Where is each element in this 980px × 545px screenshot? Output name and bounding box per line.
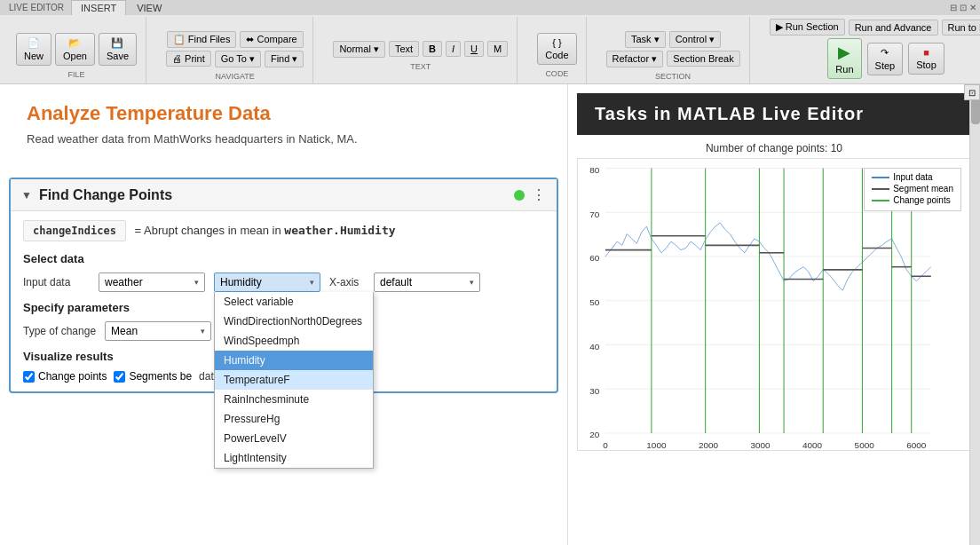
xaxis-dropdown[interactable]: default ▾ xyxy=(374,272,480,292)
underline-button[interactable]: U xyxy=(464,41,484,57)
option-power[interactable]: PowerLevelV xyxy=(215,429,373,448)
refactor-dropdown[interactable]: Refactor ▾ xyxy=(606,51,664,67)
xaxis-value: default xyxy=(380,276,412,288)
segments-input[interactable] xyxy=(114,371,125,383)
toolbar-group-code: { }Code CODE xyxy=(528,17,586,94)
svg-text:60: 60 xyxy=(589,254,600,264)
option-rain[interactable]: RainInchesminute xyxy=(215,390,373,409)
compare-button[interactable]: ⬌ Compare xyxy=(240,31,303,48)
find-button[interactable]: Find ▾ xyxy=(265,51,304,67)
open-button[interactable]: 📂Open xyxy=(55,33,95,66)
xaxis-button[interactable]: default ▾ xyxy=(374,272,480,292)
section-group-label: SECTION xyxy=(655,72,691,81)
input-data-dropdown[interactable]: weather ▾ xyxy=(99,272,205,292)
input-data-arrow-icon: ▾ xyxy=(194,278,199,287)
legend-input-data: Input data xyxy=(872,172,953,182)
run-advance-button[interactable]: Run and Advance xyxy=(849,20,938,36)
svg-text:0: 0 xyxy=(603,440,608,450)
dark-banner: Tasks in MATLAB Live Editor xyxy=(577,93,971,135)
collapse-panel-button[interactable]: ⊡ xyxy=(964,84,980,100)
text-group-label: TEXT xyxy=(410,62,431,71)
collapse-icon[interactable]: ▼ xyxy=(21,189,32,201)
step-button[interactable]: ↷Step xyxy=(867,43,904,75)
change-points-label: Change points xyxy=(38,370,107,383)
find-files-button[interactable]: 📋 Find Files xyxy=(167,31,237,48)
svg-text:40: 40 xyxy=(589,342,600,351)
scrollbar[interactable]: ⊡ xyxy=(969,84,980,545)
column-dropdown[interactable]: Humidity ▾ Select variable WindDirection… xyxy=(214,272,320,292)
run-button[interactable]: ▶Run xyxy=(827,38,861,79)
option-wind-speed[interactable]: WindSpeedmph xyxy=(215,331,373,351)
task-menu-icon[interactable]: ⋮ xyxy=(532,186,546,203)
task-status-indicator xyxy=(514,190,525,201)
column-button[interactable]: Humidity ▾ xyxy=(214,272,320,292)
xaxis-label: X-axis xyxy=(329,276,365,288)
bold-button[interactable]: B xyxy=(423,41,442,57)
toolbar-group-navigate: 📋 Find Files ⬌ Compare 🖨 Print Go To ▾ F… xyxy=(157,17,313,94)
segments-checkbox[interactable]: Segments be xyxy=(114,370,192,383)
section-break-button[interactable]: Section Break xyxy=(667,51,739,67)
type-dropdown[interactable]: Mean ▾ xyxy=(105,321,211,341)
column-value: Humidity xyxy=(220,276,262,288)
italic-button[interactable]: I xyxy=(446,41,461,57)
option-select-variable[interactable]: Select variable xyxy=(215,292,373,312)
select-data-label: Select data xyxy=(23,252,544,265)
tab-view[interactable]: VIEW xyxy=(128,1,170,15)
code-button[interactable]: { }Code xyxy=(537,33,576,65)
option-light[interactable]: LightIntensity xyxy=(215,448,373,468)
column-dropdown-menu: Select variable WindDirectionNorth0Degre… xyxy=(214,292,374,469)
run-section-button[interactable]: ▶ Run Section xyxy=(770,19,845,36)
chart-area: 80 70 60 50 40 30 20 0 1000 2000 3000 40… xyxy=(577,158,971,451)
new-button[interactable]: 📄New xyxy=(16,33,51,66)
input-data-button[interactable]: weather ▾ xyxy=(99,272,205,292)
page-subtitle: Read weather data from MathWorks headqua… xyxy=(27,132,541,146)
navigate-group-label: NAVIGATE xyxy=(216,72,255,81)
legend-input-label: Input data xyxy=(893,172,932,182)
toolbar: LIVE EDITOR INSERT VIEW ⊟ ⊡ ✕ 📄New 📂Open… xyxy=(0,0,980,84)
change-points-checkbox[interactable]: Change points xyxy=(23,370,107,383)
task-data-ref: weather.Humidity xyxy=(284,224,395,237)
page-content: Analyze Temperature Data Read weather da… xyxy=(0,84,567,178)
toolbar-group-section: Task ▾ Control ▾ Refactor ▾ Section Brea… xyxy=(597,17,750,94)
stop-button[interactable]: ■Stop xyxy=(908,43,944,75)
option-temperature[interactable]: TemperatureF xyxy=(215,370,373,390)
style-dropdown[interactable]: Normal ▾ xyxy=(333,41,385,58)
toolbar-tabs: LIVE EDITOR INSERT VIEW ⊟ ⊡ ✕ xyxy=(0,0,980,15)
change-points-input[interactable] xyxy=(23,371,35,383)
mono-button[interactable]: M xyxy=(487,41,508,57)
legend-segment-line xyxy=(872,188,889,190)
file-group-label: FILE xyxy=(68,70,85,79)
toolbar-group-file: 📄New 📂Open 💾Save FILE xyxy=(7,17,146,94)
tab-live-editor[interactable]: LIVE EDITOR xyxy=(4,1,69,14)
text-button[interactable]: Text xyxy=(389,41,419,57)
task-dropdown[interactable]: Task ▾ xyxy=(625,31,666,48)
task-panel: ▼ Find Change Points ⋮ changeIndices = A… xyxy=(9,178,558,393)
banner-text: Tasks in MATLAB Live Editor xyxy=(595,104,864,123)
column-arrow-icon: ▾ xyxy=(310,278,314,287)
task-title: Find Change Points xyxy=(39,187,507,203)
type-button[interactable]: Mean ▾ xyxy=(105,321,211,341)
type-value: Mean xyxy=(111,325,138,337)
goto-button[interactable]: Go To ▾ xyxy=(215,51,261,67)
svg-text:6000: 6000 xyxy=(906,440,927,450)
tab-insert[interactable]: INSERT xyxy=(71,0,126,15)
svg-text:2000: 2000 xyxy=(699,440,719,450)
toolbar-group-run: ▶ Run Section Run and Advance Run to End… xyxy=(761,17,980,94)
legend-change-points: Change points xyxy=(872,195,953,205)
svg-text:20: 20 xyxy=(589,430,600,439)
run-to-end-button[interactable]: Run to End xyxy=(942,20,981,36)
chart-title: Number of change points: 10 xyxy=(577,142,971,154)
task-description: changeIndices = Abrupt changes in mean i… xyxy=(23,220,544,241)
save-button[interactable]: 💾Save xyxy=(99,33,137,66)
type-arrow-icon: ▾ xyxy=(201,327,205,336)
control-dropdown[interactable]: Control ▾ xyxy=(669,31,722,48)
svg-text:5000: 5000 xyxy=(855,440,875,450)
option-pressure[interactable]: PressureHg xyxy=(215,409,373,429)
code-group-label: CODE xyxy=(545,69,568,78)
option-wind-direction[interactable]: WindDirectionNorth0Degrees xyxy=(215,312,373,331)
segments-label: Segments be xyxy=(129,370,192,383)
svg-text:70: 70 xyxy=(589,209,600,219)
xaxis-arrow-icon: ▾ xyxy=(470,278,474,287)
option-humidity[interactable]: Humidity xyxy=(215,351,373,370)
print-button[interactable]: 🖨 Print xyxy=(166,51,211,67)
